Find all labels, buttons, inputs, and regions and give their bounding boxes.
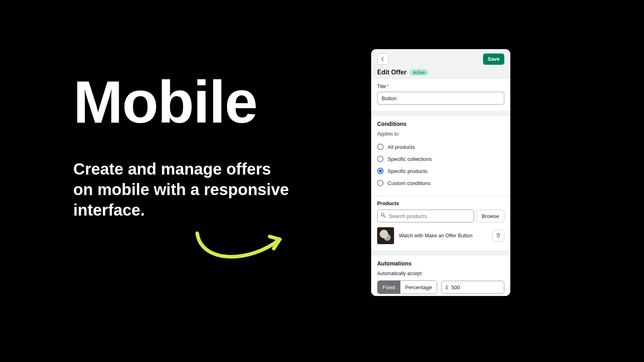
product-search-input[interactable]: [377, 210, 474, 222]
auto-accept-label: Automatically accept:: [377, 271, 504, 276]
required-star-icon: *: [387, 84, 389, 89]
conditions-card: Conditions Applies to: All productsSpeci…: [372, 115, 510, 196]
hero-subtitle: Create and manage offers on mobile with …: [73, 159, 291, 221]
amount-input[interactable]: [441, 281, 504, 294]
page-title: Edit Offer: [377, 69, 407, 76]
radio-label: Specific products: [388, 168, 427, 174]
automations-card: Automations Automatically accept: Fixed …: [372, 255, 510, 296]
radio-icon: [377, 168, 384, 174]
svg-line-1: [384, 216, 385, 217]
arrow-left-icon: [380, 56, 386, 62]
radio-icon: [377, 156, 384, 162]
arrow-icon: [189, 225, 290, 269]
back-button[interactable]: [377, 53, 388, 65]
products-card: Products Browse Watch with Make an Offer…: [372, 196, 510, 251]
mobile-device-frame: Save Edit Offer Active Title* Conditions…: [371, 49, 510, 296]
currency-prefix: $: [445, 284, 448, 290]
radio-icon: [377, 180, 384, 186]
radio-icon: [377, 144, 384, 150]
hero-title: Mobile: [73, 72, 257, 132]
automations-heading: Automations: [377, 260, 504, 267]
radio-option[interactable]: All products: [377, 141, 504, 153]
product-row: Watch with Make an Offer Button: [377, 227, 504, 244]
status-badge: Active: [410, 69, 428, 76]
product-name: Watch with Make an Offer Button: [399, 233, 487, 239]
browse-button[interactable]: Browse: [477, 210, 504, 222]
product-thumbnail: [377, 227, 394, 244]
save-button[interactable]: Save: [483, 53, 504, 65]
title-label: Title*: [377, 84, 504, 89]
trash-icon: [495, 232, 501, 239]
radio-label: All products: [388, 144, 415, 150]
applies-to-label: Applies to:: [377, 131, 504, 137]
title-card: Title*: [372, 78, 510, 111]
conditions-heading: Conditions: [377, 121, 504, 127]
toggle-percentage[interactable]: Percentage: [400, 281, 437, 294]
radio-label: Specific collections: [388, 156, 432, 162]
radio-option[interactable]: Custom conditions: [377, 177, 504, 189]
radio-label: Custom conditions: [388, 180, 431, 186]
app-header: Save Edit Offer Active: [372, 49, 510, 78]
products-heading: Products: [377, 201, 504, 206]
radio-option[interactable]: Specific products: [377, 165, 504, 177]
amount-type-toggle: Fixed Percentage: [377, 280, 437, 294]
toggle-fixed[interactable]: Fixed: [378, 281, 400, 294]
title-input[interactable]: [377, 92, 504, 105]
radio-option[interactable]: Specific collections: [377, 153, 504, 165]
search-icon: [380, 212, 386, 220]
remove-product-button[interactable]: [492, 230, 504, 242]
